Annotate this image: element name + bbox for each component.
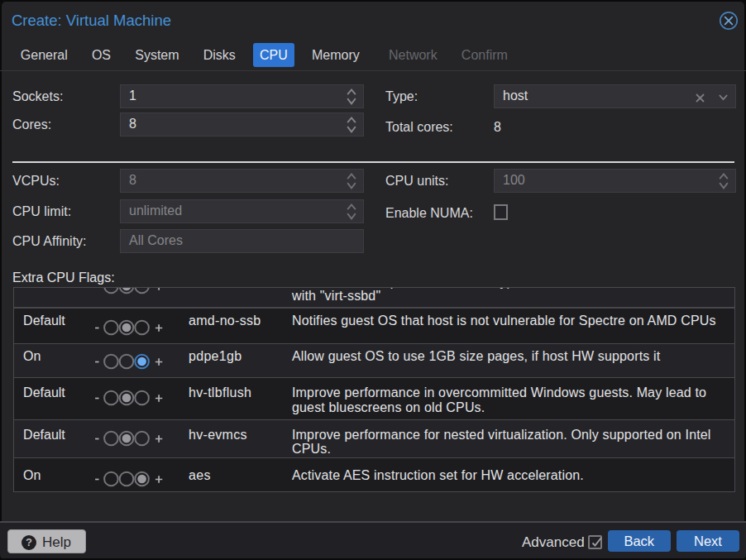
svg-text:?: ? — [26, 536, 32, 548]
